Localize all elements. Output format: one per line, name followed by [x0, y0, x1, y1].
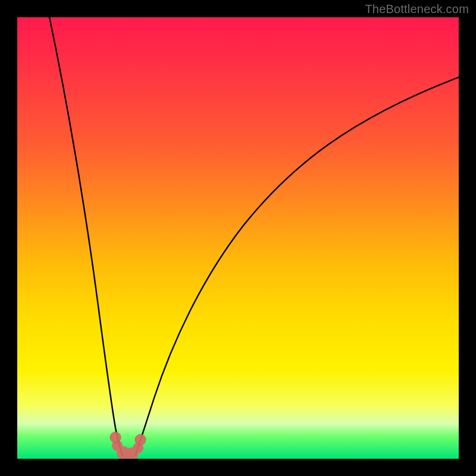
- chart-container: TheBottleneck.com: [0, 0, 476, 476]
- plot-area: [17, 17, 459, 459]
- curve-left: [48, 17, 123, 456]
- attribution-text: TheBottleneck.com: [365, 2, 469, 16]
- curves-layer: [17, 17, 459, 459]
- curve-right: [135, 77, 459, 456]
- valley-marker: [110, 432, 146, 459]
